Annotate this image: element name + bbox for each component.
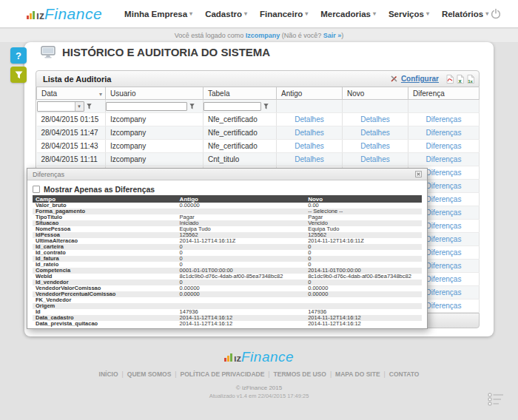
- diff-row: NomePessoaEquipa TudoEquipa Tudo: [33, 226, 422, 232]
- nav-item-minha-empresa[interactable]: Minha Empresa▾: [124, 10, 192, 18]
- diferencas-link[interactable]: Diferenças: [426, 248, 462, 257]
- diff-row: WebId8c1dc9b0-d76c-4dab-af00-85ea7348bc8…: [33, 274, 422, 280]
- nav-item-financeiro[interactable]: Financeiro▾: [260, 10, 308, 18]
- table-filter-funnel-icon[interactable]: [263, 104, 269, 109]
- login-text: Você está logado como: [175, 32, 246, 39]
- footer-logo-name: Finance: [241, 349, 294, 365]
- help-button-label: ?: [16, 50, 21, 61]
- user-filter-funnel-icon[interactable]: [189, 104, 195, 109]
- chevron-down-icon[interactable]: ▾: [75, 102, 84, 111]
- diferencas-link[interactable]: Diferenças: [426, 142, 462, 150]
- diff-row: Data_prevista_quitacao2014-11-12T14:16:1…: [33, 321, 422, 327]
- show-only-differences-label: Mostrar Apenas as Diferenças: [44, 185, 155, 194]
- footer-link-termos-de-uso[interactable]: TERMOS DE USO: [274, 370, 326, 378]
- diferencas-link[interactable]: Diferenças: [426, 235, 462, 243]
- nav-item-cadastro[interactable]: Cadastro▾: [205, 10, 247, 18]
- novo-detalhes-link[interactable]: Detalhes: [360, 115, 389, 123]
- diff-row: VendedorPercentualComissao0.000000.00000: [33, 291, 422, 297]
- diferencas-link[interactable]: Diferenças: [426, 195, 462, 203]
- logo-bars-icon: [27, 11, 35, 19]
- antigo-detalhes-link[interactable]: Detalhes: [295, 115, 323, 123]
- column-header-diferenca[interactable]: Diferença: [408, 87, 480, 100]
- antigo-detalhes-link[interactable]: Detalhes: [295, 142, 323, 150]
- table-filter-input[interactable]: [204, 102, 261, 111]
- diff-row: Id_rateio00: [33, 262, 422, 268]
- show-only-differences-row: Mostrar Apenas as Diferenças: [33, 184, 422, 194]
- configure-link[interactable]: Configurar: [401, 75, 439, 83]
- column-header-tabela[interactable]: Tabela: [204, 87, 277, 100]
- close-icon[interactable]: [415, 171, 422, 177]
- novo-detalhes-link[interactable]: Detalhes: [360, 129, 389, 137]
- footer-link-mapa-do-site[interactable]: MAPA DO SITE: [335, 370, 380, 378]
- novo-detalhes-link[interactable]: Detalhes: [360, 142, 389, 150]
- top-header: ız Finance Minha Empresa▾Cadastro▾Financ…: [0, 0, 518, 28]
- diferencas-link[interactable]: Diferenças: [426, 302, 462, 310]
- main-nav: Minha Empresa▾Cadastro▾Financeiro▾Mercad…: [124, 10, 488, 18]
- pdf-export-icon[interactable]: [446, 75, 454, 84]
- diferencas-link[interactable]: Diferenças: [426, 275, 462, 283]
- app-logo[interactable]: ız Finance: [27, 5, 102, 23]
- tools-icon: [390, 75, 398, 83]
- diferencas-link[interactable]: Diferenças: [426, 182, 462, 190]
- diferencas-link[interactable]: Diferenças: [426, 115, 462, 123]
- nav-item-relatorios[interactable]: Relatórios▾: [442, 10, 488, 18]
- diff-row: Data_cadastro2014-11-12T14:16:122014-11-…: [33, 315, 422, 321]
- login-text-3: ): [341, 32, 343, 39]
- panel-tools: Configurar x 1x: [390, 75, 474, 84]
- table-row: 28/04/2015 11:47IzcompanyNfe_certificado…: [37, 126, 480, 140]
- diff-table: CampoAntigoNovo Valor_bruto0.000000.00Fo…: [33, 195, 422, 327]
- diferencas-link[interactable]: Diferenças: [426, 288, 462, 297]
- chevron-down-icon: ▾: [244, 10, 247, 17]
- antigo-detalhes-link[interactable]: Detalhes: [295, 155, 323, 163]
- modal-titlebar[interactable]: Diferenças: [27, 169, 427, 180]
- date-filter-funnel-icon[interactable]: [87, 104, 92, 109]
- date-filter-select[interactable]: ▾: [37, 101, 84, 112]
- diff-row: FK_Vendedor: [33, 297, 422, 303]
- audit-table-header-row: Data▾UsuarioTabelaAntigoNovoDiferença: [37, 87, 480, 100]
- diff-row: Valor_bruto0.000000.00: [33, 203, 422, 209]
- panel-title: Lista de Auditoria: [41, 75, 112, 84]
- novo-detalhes-link[interactable]: Detalhes: [360, 155, 389, 163]
- list-settings-icon[interactable]: [487, 392, 506, 410]
- excel-export-alt-icon[interactable]: 1x: [467, 75, 474, 84]
- show-only-differences-checkbox[interactable]: [33, 186, 40, 193]
- column-header-data[interactable]: Data▾: [37, 87, 106, 100]
- diff-table-header-row: CampoAntigoNovo: [33, 195, 422, 203]
- filter-button[interactable]: [10, 67, 27, 83]
- footer-link-contato[interactable]: CONTATO: [389, 370, 420, 378]
- footer-link-quem-somos[interactable]: QUEM SOMOS: [127, 370, 172, 378]
- differences-modal: Diferenças Mostrar Apenas as Diferenças …: [27, 168, 428, 329]
- power-logout-button[interactable]: [490, 8, 502, 20]
- column-header-usuario[interactable]: Usuario: [106, 87, 204, 100]
- sort-caret-icon[interactable]: ▾: [99, 91, 102, 98]
- footer-link-inicio[interactable]: INÍCIO: [99, 370, 118, 378]
- excel-export-icon[interactable]: x: [457, 75, 464, 84]
- nav-item-servicos[interactable]: Serviços▾: [388, 10, 429, 18]
- diferencas-link[interactable]: Diferenças: [426, 155, 462, 163]
- svg-text:1x: 1x: [468, 78, 473, 83]
- diff-row: UltimaAlteracao2014-11-12T14:16:11Z2014-…: [33, 238, 422, 244]
- diferencas-link[interactable]: Diferenças: [426, 169, 462, 177]
- diferencas-link[interactable]: Diferenças: [426, 129, 462, 137]
- logout-link[interactable]: Sair »: [323, 32, 342, 39]
- help-button[interactable]: ?: [10, 47, 27, 64]
- footer-links: INÍCIO|QUEM SOMOS|POLÍTICA DE PRIVACIDAD…: [0, 370, 518, 378]
- table-row: 28/04/2015 11:11IzcompanyCnt_tituloDetal…: [37, 153, 480, 166]
- modal-body: Mostrar Apenas as Diferenças CampoAntigo…: [27, 180, 427, 327]
- diff-row: Id147936147936: [33, 309, 422, 315]
- column-header-antigo[interactable]: Antigo: [277, 87, 343, 100]
- column-header-novo[interactable]: Novo: [343, 87, 408, 100]
- footer-link-politica-de-privacidade[interactable]: POLÍTICA DE PRIVACIDADE: [181, 370, 265, 378]
- diferencas-link[interactable]: Diferenças: [426, 222, 462, 230]
- chevron-down-icon: ▾: [485, 10, 488, 17]
- nav-item-mercadorias[interactable]: Mercadorias▾: [320, 10, 376, 18]
- diff-table-body: Valor_bruto0.000000.00Forma_pagamento-- …: [33, 203, 422, 327]
- footer-logo[interactable]: ız Finance: [224, 349, 294, 365]
- panel-header: Lista de Auditoria Configurar: [36, 70, 480, 87]
- diferencas-link[interactable]: Diferenças: [426, 209, 462, 217]
- monitor-icon: [41, 46, 56, 58]
- diferencas-link[interactable]: Diferenças: [426, 262, 462, 270]
- user-filter-input[interactable]: [106, 102, 187, 111]
- chevron-down-icon: ▾: [305, 10, 308, 17]
- antigo-detalhes-link[interactable]: Detalhes: [295, 129, 323, 137]
